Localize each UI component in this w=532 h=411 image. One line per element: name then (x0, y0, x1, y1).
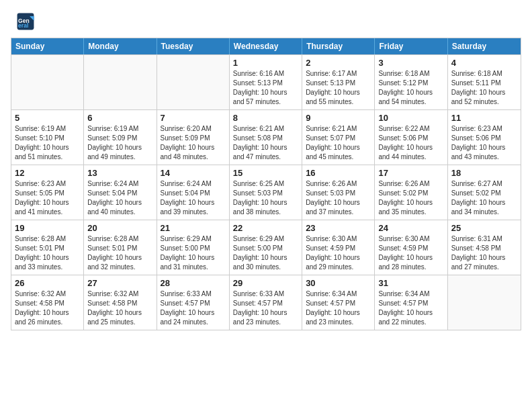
day-cell-15: 15Sunrise: 6:25 AM Sunset: 5:03 PM Dayli… (230, 165, 302, 220)
day-number: 8 (233, 113, 298, 123)
day-info: Sunrise: 6:23 AM Sunset: 5:05 PM Dayligh… (15, 179, 80, 217)
day-info: Sunrise: 6:32 AM Sunset: 4:58 PM Dayligh… (87, 289, 152, 327)
day-cell-12: 12Sunrise: 6:23 AM Sunset: 5:05 PM Dayli… (11, 165, 84, 220)
header-cell-friday: Friday (375, 38, 447, 54)
day-cell-9: 9Sunrise: 6:21 AM Sunset: 5:07 PM Daylig… (302, 110, 375, 165)
day-info: Sunrise: 6:24 AM Sunset: 5:04 PM Dayligh… (87, 179, 152, 217)
day-info: Sunrise: 6:21 AM Sunset: 5:07 PM Dayligh… (306, 124, 371, 162)
day-cell-26: 26Sunrise: 6:32 AM Sunset: 4:58 PM Dayli… (11, 275, 84, 330)
day-cell-24: 24Sunrise: 6:30 AM Sunset: 4:59 PM Dayli… (375, 220, 447, 275)
day-info: Sunrise: 6:26 AM Sunset: 5:02 PM Dayligh… (378, 179, 443, 217)
day-info: Sunrise: 6:24 AM Sunset: 5:04 PM Dayligh… (161, 179, 226, 217)
day-info: Sunrise: 6:33 AM Sunset: 4:57 PM Dayligh… (161, 289, 226, 327)
day-cell-8: 8Sunrise: 6:21 AM Sunset: 5:08 PM Daylig… (230, 110, 302, 165)
day-info: Sunrise: 6:21 AM Sunset: 5:08 PM Dayligh… (233, 124, 298, 162)
day-cell-1: 1Sunrise: 6:16 AM Sunset: 5:13 PM Daylig… (230, 55, 302, 109)
day-cell-empty (157, 55, 230, 109)
day-number: 12 (15, 168, 80, 178)
day-info: Sunrise: 6:30 AM Sunset: 4:59 PM Dayligh… (306, 234, 371, 272)
calendar: SundayMondayTuesdayWednesdayThursdayFrid… (11, 38, 521, 330)
day-info: Sunrise: 6:22 AM Sunset: 5:06 PM Dayligh… (378, 124, 443, 162)
day-info: Sunrise: 6:17 AM Sunset: 5:13 PM Dayligh… (306, 69, 371, 107)
day-cell-11: 11Sunrise: 6:23 AM Sunset: 5:06 PM Dayli… (448, 110, 521, 165)
header-cell-tuesday: Tuesday (157, 38, 230, 54)
day-number: 14 (161, 168, 226, 178)
day-number: 15 (233, 168, 298, 178)
day-number: 3 (378, 58, 443, 68)
day-cell-19: 19Sunrise: 6:28 AM Sunset: 5:01 PM Dayli… (11, 220, 84, 275)
day-info: Sunrise: 6:32 AM Sunset: 4:58 PM Dayligh… (15, 289, 80, 327)
day-cell-18: 18Sunrise: 6:27 AM Sunset: 5:02 PM Dayli… (448, 165, 521, 220)
calendar-week-4: 19Sunrise: 6:28 AM Sunset: 5:01 PM Dayli… (11, 220, 521, 275)
day-info: Sunrise: 6:29 AM Sunset: 5:00 PM Dayligh… (161, 234, 226, 272)
day-cell-30: 30Sunrise: 6:34 AM Sunset: 4:57 PM Dayli… (302, 275, 375, 330)
day-cell-23: 23Sunrise: 6:30 AM Sunset: 4:59 PM Dayli… (302, 220, 375, 275)
day-number: 1 (233, 58, 298, 68)
day-number: 16 (306, 168, 371, 178)
calendar-week-1: 1Sunrise: 6:16 AM Sunset: 5:13 PM Daylig… (11, 54, 521, 109)
day-cell-17: 17Sunrise: 6:26 AM Sunset: 5:02 PM Dayli… (375, 165, 447, 220)
day-number: 11 (451, 113, 517, 123)
header-cell-sunday: Sunday (11, 38, 84, 54)
day-info: Sunrise: 6:26 AM Sunset: 5:03 PM Dayligh… (306, 179, 371, 217)
day-cell-empty (448, 275, 521, 330)
day-cell-13: 13Sunrise: 6:24 AM Sunset: 5:04 PM Dayli… (84, 165, 157, 220)
logo-icon: Gen eral (16, 12, 35, 31)
day-info: Sunrise: 6:30 AM Sunset: 4:59 PM Dayligh… (378, 234, 443, 272)
header-cell-thursday: Thursday (302, 38, 375, 54)
day-cell-16: 16Sunrise: 6:26 AM Sunset: 5:03 PM Dayli… (302, 165, 375, 220)
header-cell-monday: Monday (84, 38, 157, 54)
day-number: 19 (15, 223, 80, 233)
day-cell-31: 31Sunrise: 6:34 AM Sunset: 4:57 PM Dayli… (375, 275, 447, 330)
day-cell-14: 14Sunrise: 6:24 AM Sunset: 5:04 PM Dayli… (157, 165, 230, 220)
day-number: 28 (161, 278, 226, 288)
day-cell-4: 4Sunrise: 6:18 AM Sunset: 5:11 PM Daylig… (448, 55, 521, 109)
day-info: Sunrise: 6:18 AM Sunset: 5:12 PM Dayligh… (378, 69, 443, 107)
day-number: 9 (306, 113, 371, 123)
day-number: 21 (161, 223, 226, 233)
day-cell-22: 22Sunrise: 6:29 AM Sunset: 5:00 PM Dayli… (230, 220, 302, 275)
day-info: Sunrise: 6:34 AM Sunset: 4:57 PM Dayligh… (306, 289, 371, 327)
day-number: 7 (161, 113, 226, 123)
day-number: 30 (306, 278, 371, 288)
svg-text:eral: eral (18, 22, 28, 29)
page-header: Gen eral (0, 0, 532, 35)
day-cell-7: 7Sunrise: 6:20 AM Sunset: 5:09 PM Daylig… (157, 110, 230, 165)
day-number: 23 (306, 223, 371, 233)
day-number: 25 (451, 223, 517, 233)
day-info: Sunrise: 6:19 AM Sunset: 5:10 PM Dayligh… (15, 124, 80, 162)
day-info: Sunrise: 6:19 AM Sunset: 5:09 PM Dayligh… (87, 124, 152, 162)
day-cell-10: 10Sunrise: 6:22 AM Sunset: 5:06 PM Dayli… (375, 110, 447, 165)
day-number: 18 (451, 168, 517, 178)
day-info: Sunrise: 6:20 AM Sunset: 5:09 PM Dayligh… (161, 124, 226, 162)
day-info: Sunrise: 6:28 AM Sunset: 5:01 PM Dayligh… (15, 234, 80, 272)
day-cell-5: 5Sunrise: 6:19 AM Sunset: 5:10 PM Daylig… (11, 110, 84, 165)
day-cell-2: 2Sunrise: 6:17 AM Sunset: 5:13 PM Daylig… (302, 55, 375, 109)
day-number: 6 (87, 113, 152, 123)
day-info: Sunrise: 6:23 AM Sunset: 5:06 PM Dayligh… (451, 124, 517, 162)
day-number: 24 (378, 223, 443, 233)
day-cell-27: 27Sunrise: 6:32 AM Sunset: 4:58 PM Dayli… (84, 275, 157, 330)
logo: Gen eral (16, 12, 36, 31)
day-cell-21: 21Sunrise: 6:29 AM Sunset: 5:00 PM Dayli… (157, 220, 230, 275)
day-number: 22 (233, 223, 298, 233)
header-cell-saturday: Saturday (448, 38, 521, 54)
day-info: Sunrise: 6:28 AM Sunset: 5:01 PM Dayligh… (87, 234, 152, 272)
day-number: 26 (15, 278, 80, 288)
day-number: 29 (233, 278, 298, 288)
day-cell-empty (84, 55, 157, 109)
calendar-body: 1Sunrise: 6:16 AM Sunset: 5:13 PM Daylig… (11, 54, 521, 330)
day-info: Sunrise: 6:16 AM Sunset: 5:13 PM Dayligh… (233, 69, 298, 107)
day-info: Sunrise: 6:27 AM Sunset: 5:02 PM Dayligh… (451, 179, 517, 217)
day-info: Sunrise: 6:31 AM Sunset: 4:58 PM Dayligh… (451, 234, 517, 272)
day-cell-28: 28Sunrise: 6:33 AM Sunset: 4:57 PM Dayli… (157, 275, 230, 330)
day-info: Sunrise: 6:29 AM Sunset: 5:00 PM Dayligh… (233, 234, 298, 272)
day-cell-29: 29Sunrise: 6:33 AM Sunset: 4:57 PM Dayli… (230, 275, 302, 330)
calendar-header-row: SundayMondayTuesdayWednesdayThursdayFrid… (11, 38, 521, 54)
day-number: 27 (87, 278, 152, 288)
day-number: 5 (15, 113, 80, 123)
day-number: 10 (378, 113, 443, 123)
day-info: Sunrise: 6:18 AM Sunset: 5:11 PM Dayligh… (451, 69, 517, 107)
day-info: Sunrise: 6:33 AM Sunset: 4:57 PM Dayligh… (233, 289, 298, 327)
day-number: 4 (451, 58, 517, 68)
